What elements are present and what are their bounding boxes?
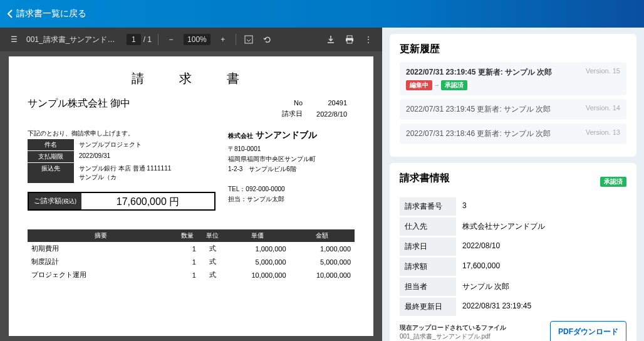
separator <box>236 34 236 45</box>
info-row: 担当者サンプル 次郎 <box>400 278 626 296</box>
print-icon[interactable] <box>343 33 356 46</box>
details-title: 請求書情報 <box>400 172 450 185</box>
separator <box>158 34 158 45</box>
pdf-filename: 001_請求書_サンアンドブル.... <box>26 34 120 45</box>
page-current[interactable]: 1 <box>127 34 141 45</box>
page-total: / 1 <box>143 35 152 44</box>
history-title: 更新履歴 <box>400 43 626 56</box>
total-box: ご請求額(税込) 17,600,000 円 <box>28 192 216 211</box>
menu-icon[interactable]: ☰ <box>8 33 20 46</box>
client-name: サンプル株式会社 御中 <box>28 97 130 120</box>
intro-text: 下記のとおり、御請求申し上げます。 <box>28 129 216 138</box>
line-items-table: 摘要 数量 単位 単価 金額 初期費用1式1,000,0001,000,000制… <box>28 229 355 281</box>
page-indicator: 1 / 1 <box>127 34 152 45</box>
history-item[interactable]: 2022/07/31 23:19:45 更新者: サンプル 次郎編集中→承認済V… <box>400 62 626 95</box>
pdf-toolbar: ☰ 001_請求書_サンアンドブル.... 1 / 1 − 100% + ⋮ <box>0 28 382 51</box>
status-badge: 承認済 <box>600 177 626 187</box>
zoom-level[interactable]: 100% <box>184 34 210 45</box>
uploaded-file: 現在アップロードされているファイル 001_請求書_サンアンドブル.pdf <box>400 323 506 341</box>
info-row: 請求額17,600,000 <box>400 258 626 276</box>
back-link[interactable]: 請求書一覧に戻る <box>8 8 86 19</box>
download-icon[interactable] <box>325 33 337 46</box>
history-panel: 更新履歴 2022/07/31 23:19:45 更新者: サンプル 次郎編集中… <box>390 34 636 157</box>
svg-rect-3 <box>347 40 352 43</box>
vendor-info: 株式会社サンアンドブル 〒810-0001 福岡県福岡市中央区サンプル町 1-2… <box>228 124 355 211</box>
info-row: 請求日2022/08/10 <box>400 238 626 256</box>
details-panel: 請求書情報 承認済 請求書番号3仕入先株式会社サンアンドブル請求日2022/08… <box>390 163 636 341</box>
table-row: プロジェクト運用1式10,000,00010,000,000 <box>28 268 355 281</box>
back-label: 請求書一覧に戻る <box>16 8 86 19</box>
svg-rect-0 <box>245 36 252 43</box>
chevron-left-icon <box>8 9 13 18</box>
history-item[interactable]: 2022/07/31 23:19:45 更新者: サンプル 次郎Version.… <box>400 99 626 120</box>
top-bar: 請求書一覧に戻る <box>0 0 644 28</box>
zoom-out-icon[interactable]: − <box>165 33 177 46</box>
zoom-in-icon[interactable]: + <box>217 33 229 46</box>
invoice-title: 請 求 書 <box>28 70 355 87</box>
invoice-meta: No20491 請求日2022/8/10 <box>274 97 355 120</box>
download-pdf-button[interactable]: PDFダウンロード <box>550 321 626 341</box>
info-row: 仕入先株式会社サンアンドブル <box>400 218 626 236</box>
main-layout: ☰ 001_請求書_サンアンドブル.... 1 / 1 − 100% + ⋮ 請… <box>0 28 644 341</box>
svg-rect-1 <box>347 36 352 38</box>
table-row: 初期費用1式1,000,0001,000,000 <box>28 242 355 255</box>
history-item[interactable]: 2022/07/31 23:18:46 更新者: サンプル 次郎Version.… <box>400 123 626 144</box>
rotate-icon[interactable] <box>261 33 274 46</box>
pdf-canvas[interactable]: 請 求 書 サンプル株式会社 御中 No20491 請求日2022/8/10 下… <box>0 51 382 341</box>
table-row: 制度設計1式5,000,0005,000,000 <box>28 255 355 268</box>
pdf-page: 請 求 書 サンプル株式会社 御中 No20491 請求日2022/8/10 下… <box>9 56 373 336</box>
info-row: 請求書番号3 <box>400 197 626 216</box>
fit-page-icon[interactable] <box>242 33 255 46</box>
pdf-viewer: ☰ 001_請求書_サンアンドブル.... 1 / 1 − 100% + ⋮ 請… <box>0 28 382 341</box>
info-row: 最終更新日2022/08/31 23:19:45 <box>400 298 626 316</box>
more-icon[interactable]: ⋮ <box>362 33 375 46</box>
side-pane: 更新履歴 2022/07/31 23:19:45 更新者: サンプル 次郎編集中… <box>382 28 644 341</box>
